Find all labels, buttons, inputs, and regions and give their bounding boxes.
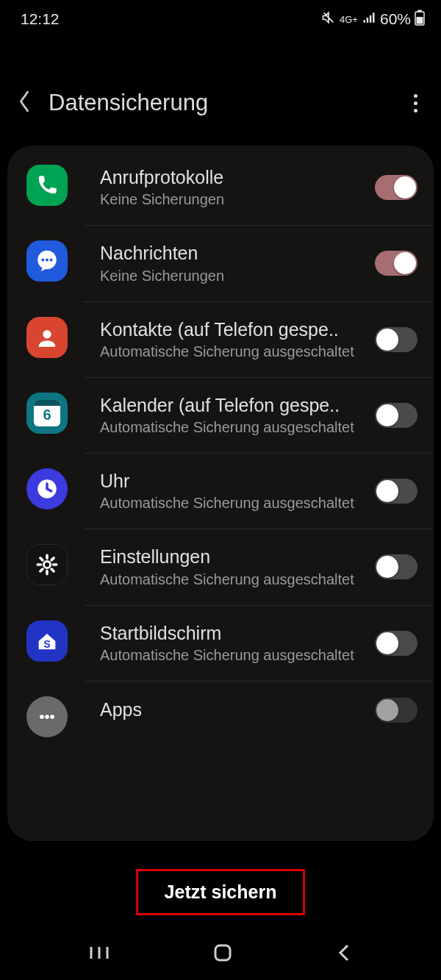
mute-icon [321, 10, 336, 29]
item-title: Einstellungen [100, 546, 360, 568]
nav-recents-button[interactable] [88, 944, 110, 965]
item-subtitle: Keine Sicherungen [100, 190, 360, 209]
item-title: Nachrichten [100, 242, 360, 265]
list-item-calendar[interactable]: 6 Kalender (auf Telefon gespe.. Automati… [84, 378, 434, 454]
svg-point-9 [43, 562, 50, 568]
toggle-settings[interactable] [375, 554, 417, 579]
app-header: Datensicherung [0, 74, 441, 132]
toggle-call-logs[interactable] [375, 175, 417, 200]
home-icon: S [26, 620, 68, 662]
backup-now-button[interactable]: Jetzt sichern [136, 869, 306, 915]
nav-back-button[interactable] [335, 943, 353, 966]
phone-icon [26, 165, 68, 206]
svg-point-4 [41, 259, 44, 262]
item-title: Apps [100, 698, 360, 721]
svg-rect-14 [215, 945, 230, 960]
backup-items-list: Anrufprotokolle Keine Sicherungen Nachri… [7, 146, 434, 841]
item-title: Uhr [100, 470, 360, 493]
item-subtitle: Automatische Sicherung ausgeschaltet [100, 343, 360, 361]
network-type: 4G+ [340, 15, 358, 24]
list-item-apps[interactable]: Apps [84, 682, 434, 739]
svg-point-12 [45, 715, 49, 719]
apps-icon [26, 696, 68, 737]
signal-icon [362, 10, 376, 29]
list-item-call-logs[interactable]: Anrufprotokolle Keine Sicherungen [84, 150, 434, 226]
toggle-contacts[interactable] [375, 327, 417, 352]
item-title: Anrufprotokolle [100, 166, 360, 189]
list-item-contacts[interactable]: Kontakte (auf Telefon gespe.. Automatisc… [84, 302, 434, 378]
status-bar: 12:12 4G+ 60% [0, 0, 441, 38]
toggle-home-screen[interactable] [375, 631, 417, 656]
svg-point-11 [40, 715, 44, 719]
list-item-clock[interactable]: Uhr Automatische Sicherung ausgeschaltet [84, 454, 434, 529]
toggle-apps[interactable] [375, 698, 417, 723]
item-subtitle: Automatische Sicherung ausgeschaltet [100, 418, 360, 437]
item-subtitle: Automatische Sicherung ausgeschaltet [100, 646, 360, 665]
toggle-messages[interactable] [375, 251, 417, 276]
item-subtitle: Automatische Sicherung ausgeschaltet [100, 571, 360, 589]
status-time: 12:12 [21, 10, 60, 28]
nav-home-button[interactable] [212, 943, 233, 966]
back-button[interactable] [16, 89, 32, 117]
item-title: Kalender (auf Telefon gespe.. [100, 394, 360, 417]
messages-icon [26, 240, 68, 282]
svg-point-6 [50, 259, 53, 262]
item-subtitle: Keine Sicherungen [100, 267, 360, 285]
svg-point-7 [43, 330, 51, 338]
bottom-action-bar: Jetzt sichern [0, 862, 441, 921]
svg-point-13 [50, 715, 54, 719]
item-subtitle: Automatische Sicherung ausgeschaltet [100, 494, 360, 512]
navigation-bar [0, 929, 441, 980]
item-title: Startbildschirm [100, 622, 360, 645]
more-options-button[interactable] [406, 90, 425, 117]
contacts-icon [26, 317, 68, 358]
svg-rect-2 [417, 17, 423, 24]
calendar-icon: 6 [26, 393, 68, 434]
svg-point-5 [46, 259, 49, 262]
status-indicators: 4G+ 60% [321, 10, 425, 29]
toggle-clock[interactable] [375, 479, 417, 504]
battery-percent: 60% [380, 10, 411, 28]
settings-icon [26, 544, 68, 585]
svg-text:S: S [43, 637, 50, 649]
page-title: Datensicherung [49, 90, 390, 116]
list-item-settings[interactable]: Einstellungen Automatische Sicherung aus… [84, 529, 434, 605]
calendar-day: 6 [43, 407, 51, 423]
clock-icon [26, 468, 68, 509]
list-item-messages[interactable]: Nachrichten Keine Sicherungen [84, 226, 434, 301]
list-item-home-screen[interactable]: S Startbildschirm Automatische Sicherung… [84, 606, 434, 682]
battery-icon [415, 10, 425, 29]
item-title: Kontakte (auf Telefon gespe.. [100, 318, 360, 341]
svg-rect-1 [417, 10, 422, 12]
toggle-calendar[interactable] [375, 403, 417, 428]
